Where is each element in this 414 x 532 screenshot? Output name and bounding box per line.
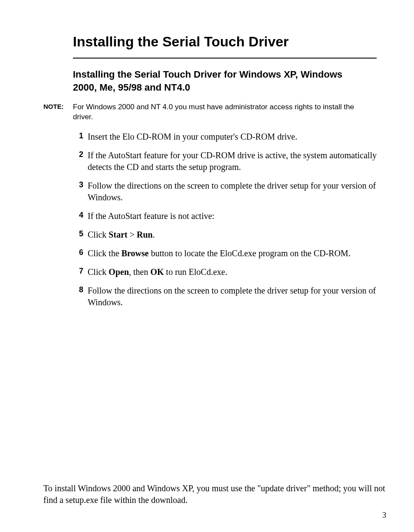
step: 3Follow the directions on the screen to … [73, 180, 378, 203]
step-number: 8 [73, 285, 83, 294]
step-text: Follow the directions on the screen to c… [88, 285, 378, 308]
note-label: NOTE: [43, 102, 73, 110]
bold-text: OK [150, 267, 164, 277]
subheading: Installing the Serial Touch Driver for W… [73, 68, 369, 94]
step: 5Click Start > Run. [73, 229, 378, 241]
step: 8Follow the directions on the screen to … [73, 285, 378, 308]
bold-text: Start [108, 230, 127, 239]
step: 7Click Open, then OK to run EloCd.exe. [73, 266, 378, 278]
footer-note: To install Windows 2000 and Windows XP, … [43, 483, 386, 506]
step-number: 3 [73, 180, 83, 189]
step-text: Click the Browse button to locate the El… [88, 248, 351, 259]
bold-text: Browse [122, 248, 149, 258]
step-number: 4 [73, 210, 83, 220]
step: 6Click the Browse button to locate the E… [73, 248, 378, 259]
step-number: 5 [73, 229, 83, 238]
step: 4If the AutoStart feature is not active: [73, 210, 378, 222]
note-row: NOTE: For Windows 2000 and NT 4.0 you mu… [43, 102, 386, 122]
section-title: Installing the Serial Touch Driver [73, 34, 386, 50]
step-number: 6 [73, 248, 83, 257]
step-text: Click Start > Run. [88, 229, 155, 241]
step: 2If the AutoStart feature for your CD-RO… [73, 150, 378, 173]
bold-text: Open [108, 267, 129, 277]
step-text: If the AutoStart feature is not active: [88, 210, 214, 222]
step-number: 2 [73, 150, 83, 159]
page-number: 3 [382, 511, 386, 520]
step-number: 1 [73, 131, 83, 140]
note-text: For Windows 2000 and NT 4.0 you must hav… [73, 102, 386, 122]
bold-text: Run [137, 230, 153, 239]
steps-list: 1Insert the Elo CD-ROM in your computer'… [73, 131, 386, 308]
step-text: Insert the Elo CD-ROM in your computer's… [88, 131, 297, 143]
step: 1Insert the Elo CD-ROM in your computer'… [73, 131, 378, 143]
step-text: Follow the directions on the screen to c… [88, 180, 378, 203]
horizontal-rule [73, 58, 377, 59]
step-number: 7 [73, 266, 83, 276]
step-text: Click Open, then OK to run EloCd.exe. [88, 266, 227, 278]
step-text: If the AutoStart feature for your CD-ROM… [88, 150, 378, 173]
